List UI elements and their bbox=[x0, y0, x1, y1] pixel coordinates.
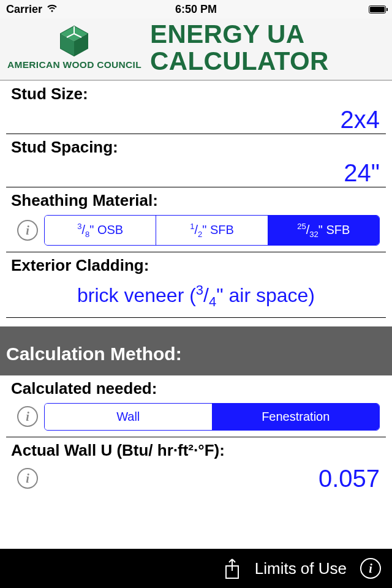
sheathing-option-2[interactable]: 25/32" SFB bbox=[268, 216, 379, 245]
stud-size-label: Stud Size: bbox=[0, 81, 392, 105]
cladding-label: Exterior Cladding: bbox=[0, 252, 392, 276]
bottom-toolbar: Limits of Use i bbox=[0, 549, 392, 588]
stud-size-value: 2x4 bbox=[341, 106, 380, 134]
actual-u-row: i 0.057 bbox=[6, 461, 386, 494]
battery-icon bbox=[369, 6, 386, 13]
cladding-value[interactable]: brick veneer (3/4" air space) bbox=[6, 276, 386, 318]
calc-needed-segmented: WallFenestration bbox=[44, 403, 380, 431]
status-left: Carrier bbox=[6, 3, 98, 16]
app-title-line1: ENERGY UA bbox=[150, 21, 329, 48]
footer-info-icon[interactable]: i bbox=[360, 558, 381, 579]
status-time: 6:50 PM bbox=[175, 3, 217, 16]
stud-size-row[interactable]: 2x4 bbox=[6, 105, 386, 134]
stud-spacing-row[interactable]: 24" bbox=[6, 158, 386, 187]
carrier-label: Carrier bbox=[6, 3, 42, 16]
sheathing-label: Sheathing Material: bbox=[0, 187, 392, 211]
sheathing-info-icon[interactable]: i bbox=[17, 220, 38, 241]
app-header: AMERICAN WOOD COUNCIL ENERGY UA CALCULAT… bbox=[0, 18, 392, 81]
logo-block: AMERICAN WOOD COUNCIL bbox=[7, 25, 141, 70]
logo-text: AMERICAN WOOD COUNCIL bbox=[7, 59, 141, 70]
actual-u-info-icon[interactable]: i bbox=[17, 468, 38, 489]
sheathing-option-0[interactable]: 3/8" OSB bbox=[45, 216, 156, 245]
calc-option-0[interactable]: Wall bbox=[45, 404, 213, 430]
actual-u-label: Actual Wall U (Btu/ hr·ft²·°F): bbox=[0, 437, 392, 461]
calc-needed-info-icon[interactable]: i bbox=[17, 406, 38, 427]
status-right bbox=[294, 6, 386, 13]
stud-spacing-value: 24" bbox=[344, 159, 380, 187]
app-title: ENERGY UA CALCULATOR bbox=[150, 21, 329, 75]
app-title-line2: CALCULATOR bbox=[150, 48, 329, 75]
status-bar: Carrier 6:50 PM bbox=[0, 0, 392, 18]
calc-method-header: Calculation Method: bbox=[0, 326, 392, 375]
calc-needed-label: Calculated needed: bbox=[0, 375, 392, 399]
sheathing-row: i 3/8" OSB1/2" SFB25/32" SFB bbox=[6, 211, 386, 252]
calc-option-1[interactable]: Fenestration bbox=[213, 404, 380, 430]
stud-spacing-label: Stud Spacing: bbox=[0, 134, 392, 158]
limits-of-use-button[interactable]: Limits of Use bbox=[255, 559, 347, 578]
actual-u-value[interactable]: 0.057 bbox=[49, 465, 380, 492]
content-area: Stud Size: 2x4 Stud Spacing: 24" Sheathi… bbox=[0, 81, 392, 549]
sheathing-segmented: 3/8" OSB1/2" SFB25/32" SFB bbox=[44, 215, 380, 246]
share-icon[interactable] bbox=[223, 557, 241, 579]
wifi-icon bbox=[46, 3, 58, 16]
sheathing-option-1[interactable]: 1/2" SFB bbox=[156, 216, 268, 245]
awc-logo-icon bbox=[57, 25, 91, 57]
calc-needed-row: i WallFenestration bbox=[6, 399, 386, 437]
